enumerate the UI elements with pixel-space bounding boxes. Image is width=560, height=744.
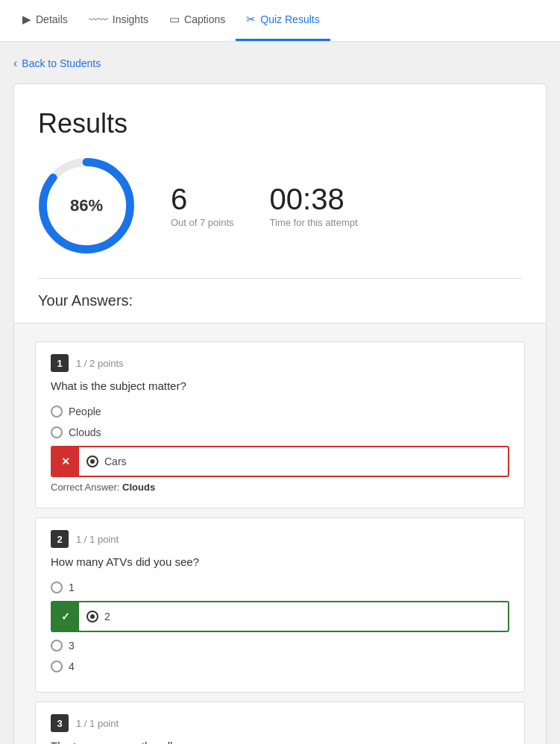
option-4-label: 4 [69,661,75,672]
option-clouds: Clouds [51,422,509,443]
quiz-results-icon: ✂ [246,13,256,26]
correct-indicator-2: ✓ [52,602,79,631]
radio-clouds [51,426,63,438]
question-block-1: 1 1 / 2 points What is the subject matte… [35,341,525,508]
score-section: 86% 6 Out of 7 points 00:38 Time for thi… [38,157,522,254]
radio-3 [51,640,63,652]
time-label: Time for this attempt [270,217,358,228]
option-1: 1 [51,577,509,598]
page-content: ‹ Back to Students Results 86% 6 Out of … [0,42,560,744]
question-1-text: What is the subject matter? [51,379,509,392]
option-4: 4 [51,656,509,677]
score-percent-label: 86% [70,196,103,215]
radio-1 [51,581,63,593]
option-people: People [51,401,509,422]
option-cars-selected: ✕ Cars [51,446,509,477]
tab-quiz-results[interactable]: ✂ Quiz Results [236,0,330,41]
time-value: 00:38 [270,184,358,214]
answers-heading-container: Your Answers: [38,278,522,323]
question-block-3: 3 1 / 1 point The trees are mostly yello… [35,702,525,744]
question-2-badge: 2 [51,530,69,548]
score-points: 6 Out of 7 points [171,184,234,228]
back-to-students-link[interactable]: ‹ Back to Students [13,57,547,70]
tab-captions[interactable]: ▭ Captions [159,0,236,41]
option-3: 3 [51,635,509,656]
x-icon: ✕ [61,455,70,467]
option-cars-label: Cars [104,455,127,467]
results-title: Results [38,108,522,139]
score-value: 6 [171,184,234,214]
score-donut-chart: 86% [38,157,135,254]
question-3-badge: 3 [51,714,69,732]
check-icon-2: ✓ [61,611,70,622]
tab-details[interactable]: ▶ Details [12,0,78,41]
question-block-2: 2 1 / 1 point How many ATVs did you see?… [35,517,525,693]
top-navigation: ▶ Details 〰〰 Insights ▭ Captions ✂ Quiz … [0,0,560,42]
back-arrow-icon: ‹ [13,57,17,70]
wrong-indicator: ✕ [52,447,79,476]
question-2-points: 1 / 1 point [76,534,119,545]
insights-icon: 〰〰 [89,14,108,25]
tab-details-label: Details [36,13,68,25]
question-2-text: How many ATVs did you see? [51,555,509,568]
radio-4 [51,661,63,672]
tab-captions-label: Captions [184,13,225,25]
question-3-points: 1 / 1 point [76,718,119,729]
score-label: Out of 7 points [171,217,234,228]
captions-icon: ▭ [169,13,180,26]
radio-2 [86,611,98,622]
score-time: 00:38 Time for this attempt [270,184,358,228]
question-3-text: The trees are mostly yellow. [51,740,509,744]
question-1-badge: 1 [51,354,69,372]
tab-insights-label: Insights [113,13,148,25]
option-2-content: 2 [79,611,508,622]
question-2-header: 2 1 / 1 point [51,530,509,548]
tab-quiz-results-label: Quiz Results [260,13,319,25]
question-1-points: 1 / 2 points [76,358,124,369]
details-icon: ▶ [22,13,31,26]
correct-answer-value-1: Clouds [122,482,155,493]
option-2-selected: ✓ 2 [51,601,509,632]
answers-heading: Your Answers: [38,292,522,309]
radio-cars [86,455,98,467]
option-3-label: 3 [69,640,75,652]
question-3-header: 3 1 / 1 point [51,714,509,732]
option-clouds-label: Clouds [69,426,101,438]
back-link-label: Back to Students [22,57,101,69]
correct-answer-note-1: Correct Answer: Clouds [51,482,509,493]
tab-insights[interactable]: 〰〰 Insights [78,0,159,41]
questions-section: 1 1 / 2 points What is the subject matte… [13,324,547,744]
results-card-top: Results 86% 6 Out of 7 points 00:38 Time… [13,83,547,324]
cars-option-content: Cars [79,455,508,467]
correct-answer-prefix-1: Correct Answer: [51,482,122,493]
question-1-header: 1 1 / 2 points [51,354,509,372]
radio-people [51,406,63,417]
option-people-label: People [69,406,101,417]
option-1-label: 1 [69,581,75,593]
option-2-label: 2 [104,611,110,622]
